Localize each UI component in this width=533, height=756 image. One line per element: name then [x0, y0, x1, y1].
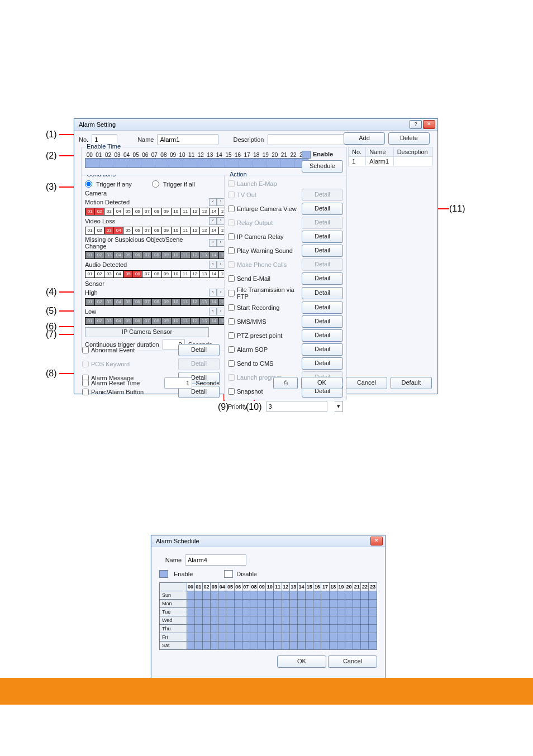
schedule-cell[interactable] — [289, 642, 297, 650]
schedule-cell[interactable] — [234, 625, 242, 633]
priority-field[interactable] — [266, 401, 327, 412]
schedule-cell[interactable] — [321, 608, 329, 616]
delete-button[interactable]: Delete — [388, 132, 430, 145]
schedule-cell[interactable] — [306, 616, 313, 625]
schedule-cell[interactable] — [242, 633, 250, 642]
action-send e-mail-checkbox[interactable]: Send E-Mail — [228, 275, 270, 282]
schedule-cell[interactable] — [282, 642, 289, 650]
schedule-cell[interactable] — [202, 616, 210, 625]
schedule-cell[interactable] — [202, 642, 210, 650]
schedule-cell[interactable] — [353, 625, 361, 633]
schedule-cell[interactable] — [329, 642, 337, 650]
nav-next-icon[interactable]: › — [217, 217, 225, 225]
schedule-cell[interactable] — [369, 625, 377, 633]
close-icon[interactable]: ✕ — [370, 537, 383, 546]
schedule-cell[interactable] — [353, 642, 361, 650]
schedule-cell[interactable] — [306, 633, 313, 642]
schedule-cell[interactable] — [202, 625, 210, 633]
schedule-cell[interactable] — [361, 591, 369, 600]
schedule-cell[interactable] — [187, 591, 194, 600]
schedule-cell[interactable] — [218, 633, 226, 642]
schedule-cell[interactable] — [211, 600, 218, 608]
schedule-cell[interactable] — [289, 616, 297, 625]
schedule-cell[interactable] — [321, 625, 329, 633]
trigger-any-radio[interactable]: Trigger if any — [85, 180, 132, 188]
schedule-cell[interactable] — [187, 616, 194, 625]
schedule-cell[interactable] — [242, 600, 250, 608]
schedule-cell[interactable] — [345, 608, 353, 616]
schedule-cell[interactable] — [194, 642, 202, 650]
schedule-cell[interactable] — [329, 616, 337, 625]
schedule-cell[interactable] — [250, 616, 258, 625]
schedule-cell[interactable] — [306, 600, 313, 608]
schedule-cell[interactable] — [329, 625, 337, 633]
schedule-cell[interactable] — [353, 591, 361, 600]
schedule-cell[interactable] — [297, 600, 305, 608]
nav-prev-icon[interactable]: ‹ — [209, 198, 217, 206]
action-ptz preset point-checkbox[interactable]: PTZ preset point — [228, 332, 282, 339]
schedule-cell[interactable] — [242, 608, 250, 616]
action-snapshot-checkbox[interactable]: Snapshot — [228, 388, 263, 395]
schedule-cell[interactable] — [202, 608, 210, 616]
action-start recording-checkbox[interactable]: Start Recording — [228, 304, 279, 311]
schedule-cell[interactable] — [258, 600, 266, 608]
schedule-cell[interactable] — [242, 616, 250, 625]
schedule-cell[interactable] — [345, 642, 353, 650]
schedule-grid[interactable]: 0001020304050607080910111213141516171819… — [159, 582, 377, 650]
schedule-cell[interactable] — [258, 625, 266, 633]
schedule-cell[interactable] — [306, 591, 313, 600]
schedule-cell[interactable] — [194, 625, 202, 633]
ip-camera-sensor-button[interactable]: IP Camera Sensor — [85, 327, 209, 337]
name-field[interactable] — [157, 134, 218, 145]
schedule-cell[interactable] — [337, 625, 345, 633]
action-detail-button[interactable]: Detail — [302, 231, 343, 243]
schedule-cell[interactable] — [266, 616, 274, 625]
schedule-cell[interactable] — [266, 608, 274, 616]
schedule-cell[interactable] — [321, 591, 329, 600]
schedule-cell[interactable] — [194, 591, 202, 600]
schedule-cell[interactable] — [187, 600, 194, 608]
missing-strip[interactable]: 01020304050607080910111213141516 — [85, 251, 229, 259]
schedule-cell[interactable] — [297, 642, 305, 650]
alarm-reset-time-field[interactable] — [164, 377, 192, 389]
schedule-cell[interactable] — [282, 625, 289, 633]
action-detail-button[interactable]: Detail — [302, 329, 343, 342]
action-detail-button[interactable]: Detail — [302, 245, 343, 257]
schedule-cell[interactable] — [202, 600, 210, 608]
schedule-cell[interactable] — [226, 625, 234, 633]
schedule-cell[interactable] — [361, 608, 369, 616]
action-enlarge camera view-checkbox[interactable]: Enlarge Camera View — [228, 205, 297, 212]
schedule-cell[interactable] — [361, 642, 369, 650]
schedule-cell[interactable] — [289, 600, 297, 608]
schedule-cell[interactable] — [218, 600, 226, 608]
help-icon[interactable]: ? — [410, 120, 422, 129]
schedule-cell[interactable] — [369, 633, 377, 642]
schedule-cell[interactable] — [353, 616, 361, 625]
schedule-cell[interactable] — [266, 633, 274, 642]
schedule-cell[interactable] — [345, 633, 353, 642]
close-icon[interactable]: ✕ — [423, 120, 435, 129]
action-detail-button[interactable]: Detail — [302, 203, 343, 215]
schedule-cell[interactable] — [187, 608, 194, 616]
schedule-button[interactable]: Schedule — [302, 160, 343, 173]
schedule-cell[interactable] — [266, 600, 274, 608]
schedule-cell[interactable] — [353, 600, 361, 608]
nav-next-icon[interactable]: › — [217, 289, 225, 296]
action-detail-button[interactable]: Detail — [302, 302, 343, 314]
schedule-cell[interactable] — [202, 591, 210, 600]
schedule-cell[interactable] — [345, 616, 353, 625]
schedule-cell[interactable] — [289, 608, 297, 616]
timeline-bar[interactable] — [85, 158, 308, 168]
schedule-cell[interactable] — [242, 625, 250, 633]
schedule-cell[interactable] — [266, 642, 274, 650]
nav-prev-icon[interactable]: ‹ — [209, 217, 217, 225]
motion-strip[interactable]: 01020304050607080910111213141516 — [85, 208, 229, 216]
action-sms/mms-checkbox[interactable]: SMS/MMS — [228, 318, 266, 325]
schedule-cell[interactable] — [226, 633, 234, 642]
schedule-cell[interactable] — [282, 608, 289, 616]
schedule-cell[interactable] — [194, 600, 202, 608]
schedule-cell[interactable] — [274, 616, 282, 625]
action-ip camera relay-checkbox[interactable]: IP Camera Relay — [228, 233, 284, 240]
schedule-cell[interactable] — [313, 600, 321, 608]
schedule-cell[interactable] — [369, 591, 377, 600]
